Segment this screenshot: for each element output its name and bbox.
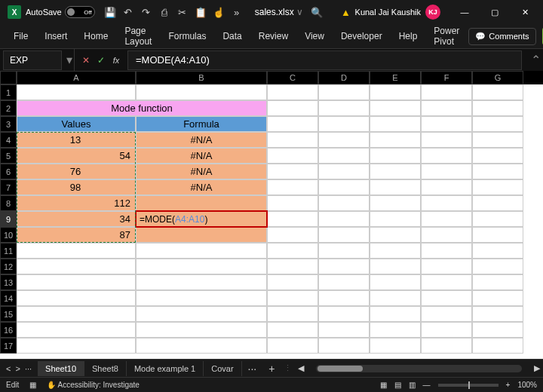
cell[interactable] <box>370 132 421 148</box>
zoom-slider[interactable] <box>438 384 499 387</box>
cell[interactable] <box>370 84 421 100</box>
cell[interactable] <box>136 243 267 259</box>
cell[interactable] <box>421 148 472 164</box>
data-cell[interactable]: 112 <box>17 195 136 211</box>
cell[interactable] <box>318 179 370 195</box>
column-header[interactable]: A <box>17 71 136 84</box>
cell[interactable] <box>318 116 370 132</box>
row-header[interactable]: 2 <box>0 100 17 116</box>
cell[interactable] <box>370 306 421 322</box>
zoom-level[interactable]: 100% <box>517 381 537 389</box>
tab-file[interactable]: File <box>6 26 35 46</box>
maximize-button[interactable]: ▢ <box>480 2 510 23</box>
cancel-edit-icon[interactable]: ✕ <box>79 55 93 66</box>
autosave-toggle[interactable]: Off <box>65 6 95 18</box>
sheet-tab[interactable]: Sheet8 <box>84 361 127 376</box>
row-header[interactable]: 7 <box>0 179 17 195</box>
cell[interactable] <box>318 243 370 259</box>
sheet-tab[interactable]: Covar <box>204 361 241 376</box>
cell[interactable] <box>472 100 523 116</box>
tab-review[interactable]: Review <box>251 26 296 46</box>
cell[interactable] <box>318 306 370 322</box>
select-all-corner[interactable] <box>0 71 17 84</box>
cell[interactable] <box>267 243 318 259</box>
sheet-prev-icon[interactable]: < <box>6 364 11 373</box>
cell[interactable] <box>421 211 472 227</box>
column-header[interactable]: B <box>136 71 267 84</box>
cell[interactable] <box>136 274 267 290</box>
cell[interactable] <box>17 243 136 259</box>
user-account[interactable]: Kunal Jai Kaushik KJ <box>355 5 440 20</box>
tab-home[interactable]: Home <box>76 26 115 46</box>
cell[interactable] <box>421 132 472 148</box>
horizontal-scrollbar[interactable] <box>316 365 522 372</box>
cell[interactable] <box>17 290 136 306</box>
cell[interactable] <box>370 338 421 354</box>
sheet-next-icon[interactable]: > <box>15 364 20 373</box>
row-header[interactable]: 4 <box>0 132 17 148</box>
pagebreak-view-icon[interactable]: ▥ <box>409 381 416 389</box>
header-cell[interactable]: Formula <box>136 116 267 132</box>
sheet-more-icon[interactable]: ··· <box>242 363 263 375</box>
cell[interactable] <box>370 164 421 179</box>
cell[interactable] <box>421 290 472 306</box>
cell[interactable] <box>421 274 472 290</box>
column-header[interactable]: D <box>318 71 370 84</box>
column-header[interactable]: C <box>267 71 318 84</box>
data-cell[interactable]: 76 <box>17 164 136 179</box>
save-icon[interactable]: 💾 <box>102 4 118 20</box>
cell[interactable] <box>370 259 421 274</box>
cell[interactable] <box>267 179 318 195</box>
row-header[interactable]: 9 <box>0 211 17 227</box>
sheet-more-icon[interactable]: ··· <box>25 364 32 373</box>
namebox-dropdown-icon[interactable]: ▾ <box>65 53 74 67</box>
tab-developer[interactable]: Developer <box>333 26 390 46</box>
column-header[interactable]: F <box>421 71 472 84</box>
cell[interactable] <box>17 274 136 290</box>
row-header[interactable]: 16 <box>0 322 17 338</box>
sheet-tab[interactable]: Sheet10 <box>38 361 84 376</box>
cell[interactable] <box>267 259 318 274</box>
undo-icon[interactable]: ↶ <box>120 4 137 20</box>
cell[interactable] <box>136 84 267 100</box>
row-header[interactable]: 15 <box>0 306 17 322</box>
cell[interactable] <box>318 164 370 179</box>
cell[interactable] <box>136 259 267 274</box>
tab-page-layout[interactable]: Page Layout <box>117 21 159 51</box>
title-cell[interactable]: Mode function <box>17 100 267 116</box>
row-header[interactable]: 1 <box>0 84 17 100</box>
cell[interactable] <box>267 116 318 132</box>
cell[interactable] <box>370 227 421 243</box>
cell[interactable] <box>472 132 523 148</box>
cell[interactable] <box>421 164 472 179</box>
cell[interactable] <box>370 211 421 227</box>
column-header[interactable]: E <box>370 71 421 84</box>
cell[interactable] <box>370 274 421 290</box>
cell[interactable] <box>318 227 370 243</box>
row-header[interactable]: 17 <box>0 338 17 354</box>
tab-power-pivot[interactable]: Power Pivot <box>426 21 467 51</box>
redo-icon[interactable]: ↷ <box>138 4 155 20</box>
row-header[interactable]: 5 <box>0 148 17 164</box>
cell[interactable] <box>472 322 523 338</box>
cell[interactable] <box>472 274 523 290</box>
zoom-in-icon[interactable]: + <box>506 381 511 389</box>
scroll-left-icon[interactable]: ◀ <box>295 363 307 373</box>
cell[interactable] <box>370 179 421 195</box>
row-header[interactable]: 8 <box>0 195 17 211</box>
data-cell[interactable]: #N/A <box>136 164 267 179</box>
sheet-tab[interactable]: Mode example 1 <box>127 361 204 376</box>
spreadsheet-grid[interactable]: A B C D E F G 12Mode function3ValuesForm… <box>0 71 543 359</box>
cell[interactable] <box>136 290 267 306</box>
cell[interactable] <box>267 227 318 243</box>
cell[interactable] <box>267 338 318 354</box>
data-cell[interactable]: #N/A <box>136 148 267 164</box>
cell[interactable] <box>421 116 472 132</box>
cell[interactable] <box>318 338 370 354</box>
search-icon[interactable]: 🔍 <box>308 4 325 20</box>
cell[interactable] <box>17 322 136 338</box>
cell[interactable] <box>370 116 421 132</box>
cell[interactable] <box>421 84 472 100</box>
row-header[interactable]: 3 <box>0 116 17 132</box>
tab-help[interactable]: Help <box>391 26 425 46</box>
